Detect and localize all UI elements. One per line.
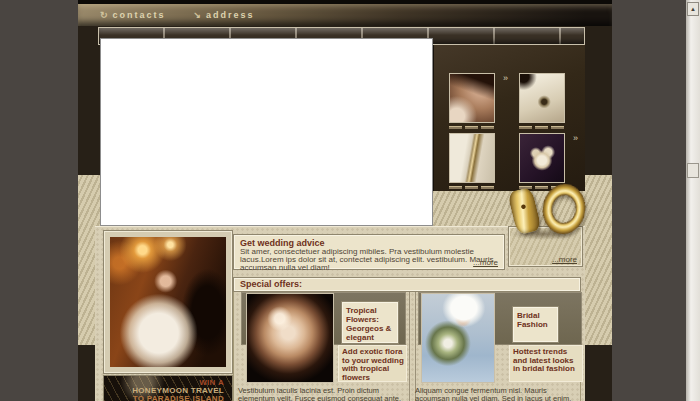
thumbnail-jewelry-model[interactable] <box>449 73 495 123</box>
scrollbar-thumb[interactable] <box>687 163 699 178</box>
tropical-rose-photo <box>246 293 334 383</box>
browser-viewport: ↻ contacts ↘ address » » <box>0 0 700 401</box>
honeymoon-promo-banner[interactable]: WIN A HONEYMOON TRAVEL TO PARADISE ISLAN… <box>103 375 233 401</box>
tropical-paragraph: Vestibulum iaculis lacinia est. Proin di… <box>238 387 408 401</box>
wedding-couple-photo <box>110 237 226 367</box>
contacts-link-label: contacts <box>113 10 166 20</box>
address-link[interactable]: ↘ address <box>194 10 255 20</box>
wedding-advice-box: Get wedding advice Sit amer, consectetue… <box>233 234 505 270</box>
offers-column-divider <box>409 292 416 401</box>
special-offers-header: Special offers: <box>233 277 581 292</box>
top-navigation-bar: ↻ contacts ↘ address <box>78 4 612 26</box>
gallery-next-icon[interactable]: » <box>573 134 578 143</box>
wedding-photo-frame <box>103 230 233 374</box>
tropical-heading-panel: Add exotic flora to your wedding with tr… <box>338 345 407 382</box>
tropical-heading: Add exotic flora to your wedding with tr… <box>342 348 405 382</box>
thumbnail-gown-gold-detail[interactable] <box>449 133 495 183</box>
special-offers-section: Tropical Flowers: Georgeos & elegant Add… <box>233 292 581 401</box>
bridal-paragraph: Aliquam congue fermentum nisl. Mauris ac… <box>415 387 581 401</box>
contacts-icon: ↻ <box>100 10 108 20</box>
thumbnail-caption <box>449 186 494 189</box>
advice-more-link[interactable]: ...more <box>473 258 498 267</box>
address-link-label: address <box>206 10 255 20</box>
blank-content-area <box>100 38 433 226</box>
bridal-heading: Hottest trends and latest looks in brida… <box>513 348 581 374</box>
bride-photo <box>421 293 495 383</box>
bridal-fashion-label[interactable]: Bridal Fashion <box>512 306 559 343</box>
special-offers-title: Special offers: <box>240 279 302 289</box>
thumbnail-orchid-boutonniere[interactable] <box>519 133 565 183</box>
thumbnail-caption <box>449 126 494 129</box>
gallery-panel: » » <box>433 45 585 191</box>
contacts-link[interactable]: ↻ contacts <box>100 10 166 20</box>
advice-body: Sit amer, consectetuer adipiscing mibile… <box>240 248 498 272</box>
website-page: ↻ contacts ↘ address » » <box>78 0 612 401</box>
wedding-ring-image <box>539 180 590 238</box>
address-icon: ↘ <box>194 10 202 20</box>
banner-line: TO PARADISE ISLAND <box>104 395 224 401</box>
rings-more-link[interactable]: ...more <box>552 255 577 264</box>
gallery-next-icon[interactable]: » <box>503 74 508 83</box>
browser-scrollbar[interactable]: ▲ <box>686 0 700 401</box>
tropical-flowers-label[interactable]: Tropical Flowers: Georgeos & elegant <box>341 301 399 344</box>
scroll-up-button[interactable]: ▲ <box>687 2 699 16</box>
bridal-heading-panel: Hottest trends and latest looks in brida… <box>509 345 583 382</box>
scroll-up-icon: ▲ <box>690 6 696 12</box>
thumbnail-bridal-gown-brooch[interactable] <box>519 73 565 123</box>
thumbnail-caption <box>519 126 564 129</box>
